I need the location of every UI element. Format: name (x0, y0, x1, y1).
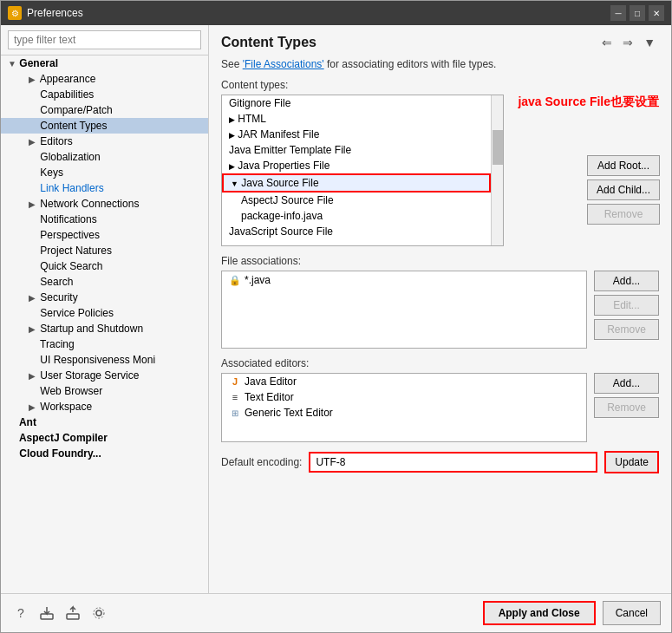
arrow-service-policies (29, 309, 37, 318)
right-header: Content Types ⇐ ⇒ ▼ (221, 34, 659, 51)
list-item-package-info[interactable]: package-info.java (222, 208, 491, 224)
generic-editor-label: Generic Text Editor (245, 407, 333, 419)
arrow-user-storage: ▶ (29, 371, 37, 381)
tree-item-ant[interactable]: Ant (1, 414, 208, 430)
tree-item-cloud-foundry[interactable]: Cloud Foundry... (1, 446, 208, 461)
list-item-gitignore[interactable]: Gitignore File (222, 95, 491, 111)
tree-item-startup-shutdown[interactable]: ▶ Startup and Shutdown (1, 321, 208, 336)
content-types-annotation-btns: java Source File也要设置 Add Root... Add Chi… (511, 95, 659, 246)
list-item-java-emitter[interactable]: Java Emitter Template File (222, 142, 491, 158)
tree-item-ui-responsiveness[interactable]: UI Responsiveness Moni (1, 352, 208, 368)
add-file-assoc-button[interactable]: Add... (594, 271, 659, 291)
tree-item-project-natures[interactable]: Project Natures (1, 243, 208, 258)
arrow-ui-resp (29, 356, 37, 365)
editor-item-java[interactable]: J Java Editor (222, 374, 586, 389)
remove-content-type-button[interactable]: Remove (587, 204, 660, 225)
import-icon[interactable] (63, 604, 82, 623)
tree-item-aspectj[interactable]: AspectJ Compiler (1, 430, 208, 446)
content-types-buttons: Add Root... Add Child... Remove (587, 155, 660, 225)
add-root-button[interactable]: Add Root... (587, 155, 660, 176)
tree-item-link-handlers[interactable]: Link Handlers (1, 180, 208, 196)
content-types-scrollbar[interactable] (491, 95, 503, 245)
bottom-right-buttons: Apply and Close Cancel (483, 601, 661, 625)
java-editor-icon: J (229, 375, 241, 388)
tree-item-keys[interactable]: Keys (1, 165, 208, 180)
description: See 'File Associations' for associating … (221, 58, 659, 70)
arrow-content-types (29, 121, 37, 131)
encoding-label: Default encoding: (221, 456, 302, 468)
associated-editors-label: Associated editors: (221, 357, 659, 369)
expand-arrow-general: ▼ (8, 59, 16, 69)
preferences-icon: ⚙ (8, 6, 22, 20)
list-item-java-source[interactable]: ▼ Java Source File (222, 173, 491, 193)
maximize-button[interactable]: □ (630, 5, 645, 21)
add-editor-button[interactable]: Add... (594, 373, 659, 394)
file-assoc-item-java[interactable]: 🔒 *.java (222, 271, 586, 289)
forward-button[interactable]: ⇒ (619, 34, 636, 51)
tree-item-general[interactable]: ▼ General (1, 55, 208, 71)
search-input[interactable] (8, 30, 201, 49)
tree-item-security[interactable]: ▶ Security (1, 290, 208, 305)
arrow-quick-search (29, 262, 37, 271)
close-button[interactable]: ✕ (649, 5, 664, 21)
arrow-capabilities (29, 90, 37, 100)
tree-item-user-storage[interactable]: ▶ User Storage Service (1, 368, 208, 383)
encoding-input[interactable] (309, 452, 597, 473)
arrow-workspace: ▶ (29, 402, 37, 412)
edit-file-assoc-button[interactable]: Edit... (594, 295, 659, 316)
list-item-html[interactable]: ▶ HTML (222, 111, 491, 127)
update-button[interactable]: Update (604, 451, 659, 473)
tree-item-web-browser[interactable]: Web Browser (1, 383, 208, 399)
tree-item-search[interactable]: Search (1, 274, 208, 290)
help-icon[interactable]: ? (11, 604, 30, 623)
arrow-project-natures (29, 246, 37, 256)
remove-editor-button[interactable]: Remove (594, 397, 659, 418)
nav-dropdown-button[interactable]: ▼ (640, 34, 659, 51)
bottom-bar: ? (1, 593, 671, 632)
java-editor-label: Java Editor (245, 375, 297, 388)
expand-arrow-appearance: ▶ (29, 75, 37, 84)
tree-item-quick-search[interactable]: Quick Search (1, 258, 208, 274)
tree-item-capabilities[interactable]: Capabilities (1, 87, 208, 102)
tree-item-perspectives[interactable]: Perspectives (1, 227, 208, 243)
tree-item-notifications[interactable]: Notifications (1, 212, 208, 227)
generic-editor-icon: ⊞ (229, 407, 241, 419)
file-assoc-buttons: Add... Edit... Remove (594, 271, 659, 349)
cancel-button[interactable]: Cancel (603, 601, 661, 625)
tree-item-service-policies[interactable]: Service Policies (1, 305, 208, 321)
editors-buttons: Add... Remove (594, 373, 659, 442)
arrow-keys (29, 168, 37, 178)
file-assoc-value: *.java (245, 274, 271, 286)
tree-container: ▼ General ▶ Appearance Capabilities Comp… (1, 55, 208, 593)
apply-close-button[interactable]: Apply and Close (483, 601, 596, 625)
tree-item-appearance[interactable]: ▶ Appearance (1, 71, 208, 87)
list-item-aspectj-source[interactable]: AspectJ Source File (222, 193, 491, 208)
tree-item-compare-patch[interactable]: Compare/Patch (1, 102, 208, 118)
arrow-compare (29, 106, 37, 115)
java-source-annotation: java Source File也要设置 (518, 95, 659, 110)
add-child-button[interactable]: Add Child... (587, 179, 660, 200)
arrow-perspectives (29, 231, 37, 240)
tree-item-editors[interactable]: ▶ Editors (1, 134, 208, 149)
title-bar-controls: ─ □ ✕ (610, 5, 664, 21)
settings-icon[interactable] (89, 604, 108, 623)
editor-item-generic[interactable]: ⊞ Generic Text Editor (222, 405, 586, 421)
tree-item-tracing[interactable]: Tracing (1, 336, 208, 352)
tree-item-workspace[interactable]: ▶ Workspace (1, 399, 208, 414)
tree-item-globalization[interactable]: Globalization (1, 149, 208, 165)
arrow-editors: ▶ (29, 137, 37, 147)
remove-file-assoc-button[interactable]: Remove (594, 319, 659, 340)
back-button[interactable]: ⇐ (598, 34, 616, 51)
minimize-button[interactable]: ─ (610, 5, 626, 21)
list-item-java-properties[interactable]: ▶ Java Properties File (222, 158, 491, 173)
file-assoc-link[interactable]: 'File Associations' (243, 58, 324, 70)
tree-item-content-types[interactable]: Content Types (1, 118, 208, 134)
export-icon[interactable] (37, 604, 56, 623)
list-item-jar-manifest[interactable]: ▶ JAR Manifest File (222, 127, 491, 142)
list-item-javascript-source[interactable]: JavaScript Source File (222, 224, 491, 239)
arrow-startup: ▶ (29, 324, 37, 334)
tree-item-network-connections[interactable]: ▶ Network Connections (1, 196, 208, 212)
editor-item-text[interactable]: ≡ Text Editor (222, 389, 586, 405)
arrow-tracing (29, 340, 37, 349)
arrow-cloud (8, 449, 16, 459)
